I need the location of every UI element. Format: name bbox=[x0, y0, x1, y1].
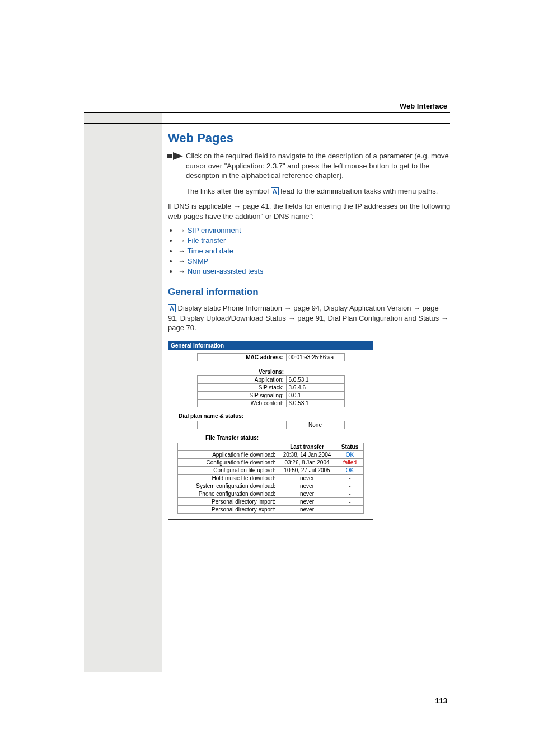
mac-table: MAC address: 00:01:e3:25:86:aa bbox=[197, 353, 345, 361]
table-row: System configuration download:never- bbox=[178, 482, 364, 490]
version-row-label: Application: bbox=[197, 375, 286, 383]
table-row: Web content: 6.0.53.1 bbox=[197, 399, 344, 407]
file-transfer-label: File Transfer status: bbox=[205, 435, 369, 441]
bullet-link[interactable]: SNMP bbox=[188, 257, 209, 265]
note-block-2: The links after the symbol A lead to the… bbox=[168, 186, 451, 196]
version-row-value[interactable]: 3.6.4.6 bbox=[286, 383, 344, 391]
svg-marker-2 bbox=[173, 152, 183, 160]
arrow-icon: → bbox=[288, 314, 296, 322]
dns-intro-a: If DNS is applicable bbox=[168, 202, 233, 210]
list-item: → SNMP bbox=[178, 256, 451, 266]
ft-header-blank bbox=[178, 443, 278, 450]
gen-e: page 70. bbox=[168, 323, 196, 332]
admin-symbol-icon: A bbox=[168, 304, 176, 312]
list-item: → SIP environment bbox=[178, 226, 451, 236]
empty-cell bbox=[197, 421, 286, 429]
version-row-value[interactable]: 6.0.53.1 bbox=[286, 375, 344, 383]
arrow-icon: → bbox=[178, 267, 185, 275]
ft-row-status: OK bbox=[336, 450, 364, 458]
file-transfer-table: Last transfer Status Application file do… bbox=[177, 443, 364, 514]
arrow-icon: → bbox=[233, 202, 241, 210]
ft-row-label: Personal directory export: bbox=[178, 505, 278, 513]
gen-d: page 91, Dial Plan Configuration and Sta… bbox=[296, 314, 441, 322]
dialplan-label: Dial plan name & status: bbox=[179, 413, 369, 419]
version-row-value[interactable]: 0.0.1 bbox=[286, 391, 344, 399]
table-row: Phone configuration download:never- bbox=[178, 490, 364, 497]
table-row: Application: 6.0.53.1 bbox=[197, 375, 344, 383]
ft-row-label: Hold music file download: bbox=[178, 474, 278, 482]
arrow-icon: → bbox=[413, 304, 420, 312]
ft-row-transfer: never bbox=[278, 474, 336, 482]
arrow-icon: → bbox=[178, 247, 185, 255]
list-item: → Non user-assisted tests bbox=[178, 266, 451, 276]
ft-row-label: Configuration file upload: bbox=[178, 466, 278, 474]
note-block-1: Click on the required field to navigate … bbox=[168, 151, 451, 181]
ft-row-status: failed bbox=[336, 458, 364, 466]
ft-row-label: System configuration download: bbox=[178, 482, 278, 490]
gen-a: Display static Phone Information bbox=[176, 304, 284, 312]
ft-row-label: Personal directory import: bbox=[178, 497, 278, 505]
note-text-2: The links after the symbol A lead to the… bbox=[186, 186, 451, 196]
ft-row-transfer: never bbox=[278, 482, 336, 490]
bullet-link[interactable]: Time and date bbox=[187, 247, 233, 255]
table-row: SIP stack: 3.6.4.6 bbox=[197, 383, 344, 391]
table-row: Last transfer Status bbox=[178, 443, 364, 450]
bullet-link[interactable]: File transfer bbox=[188, 236, 226, 245]
dns-bullets: → SIP environment → File transfer → Time… bbox=[168, 226, 451, 276]
ft-header-status: Status bbox=[336, 443, 364, 450]
ft-row-status: - bbox=[336, 482, 364, 490]
table-row: Configuration file upload:10:50, 27 Jul … bbox=[178, 466, 364, 474]
table-row: Application file download:20:38, 14 Jan … bbox=[178, 450, 364, 458]
arrow-icon: → bbox=[284, 304, 292, 312]
ft-row-status: - bbox=[336, 474, 364, 482]
version-row-label: Web content: bbox=[197, 399, 286, 407]
dns-intro: If DNS is applicable → page 41, the fiel… bbox=[168, 201, 451, 221]
note2-a: The links after the symbol bbox=[186, 187, 271, 195]
admin-symbol-icon: A bbox=[271, 187, 279, 195]
general-info-paragraph: A Display static Phone Information → pag… bbox=[168, 303, 451, 333]
heading-general-information: General information bbox=[168, 287, 451, 298]
content-column: Web Pages Click on the required field to… bbox=[168, 131, 451, 520]
svg-rect-1 bbox=[170, 154, 172, 158]
header-rule-bottom bbox=[84, 123, 450, 124]
general-info-panel: General Information MAC address: 00:01:e… bbox=[168, 341, 373, 520]
pointer-icon bbox=[167, 152, 183, 160]
bullet-link[interactable]: Non user-assisted tests bbox=[188, 267, 264, 275]
list-item: → File transfer bbox=[178, 236, 451, 246]
svg-rect-0 bbox=[167, 154, 170, 158]
table-row: Hold music file download:never- bbox=[178, 474, 364, 482]
ft-row-label: Phone configuration download: bbox=[178, 490, 278, 497]
table-row: Configuration file download:03:26, 8 Jan… bbox=[178, 458, 364, 466]
running-header: Web Interface bbox=[400, 102, 447, 110]
versions-table: Versions: Application: 6.0.53.1 SIP stac… bbox=[197, 368, 345, 407]
arrow-icon: → bbox=[178, 257, 185, 265]
version-row-value[interactable]: 6.0.53.1 bbox=[286, 399, 344, 407]
arrow-icon: → bbox=[178, 236, 185, 245]
ft-row-transfer: 03:26, 8 Jan 2004 bbox=[278, 458, 336, 466]
note-text-1: Click on the required field to navigate … bbox=[186, 151, 451, 181]
arrow-icon: → bbox=[441, 314, 448, 322]
table-row: SIP signaling: 0.0.1 bbox=[197, 391, 344, 399]
page-number: 113 bbox=[435, 697, 447, 705]
table-row: None bbox=[197, 421, 344, 429]
ft-row-transfer: never bbox=[278, 505, 336, 513]
version-row-label: SIP stack: bbox=[197, 383, 286, 391]
mac-label: MAC address: bbox=[197, 353, 286, 361]
table-row: MAC address: 00:01:e3:25:86:aa bbox=[197, 353, 344, 361]
ft-row-label: Application file download: bbox=[178, 450, 278, 458]
mac-value: 00:01:e3:25:86:aa bbox=[286, 353, 344, 361]
panel-title: General Information bbox=[168, 341, 373, 350]
ft-row-transfer: never bbox=[278, 497, 336, 505]
ft-row-status: - bbox=[336, 490, 364, 497]
table-row: Versions: bbox=[197, 368, 344, 376]
ft-header-last-transfer: Last transfer bbox=[278, 443, 336, 450]
note2-b: lead to the administration tasks with me… bbox=[279, 187, 438, 195]
bullet-link[interactable]: SIP environment bbox=[188, 226, 241, 234]
table-row: Personal directory import:never- bbox=[178, 497, 364, 505]
heading-web-pages: Web Pages bbox=[168, 131, 451, 145]
ft-row-transfer: 10:50, 27 Jul 2005 bbox=[278, 466, 336, 474]
panel-body: MAC address: 00:01:e3:25:86:aa Versions:… bbox=[168, 350, 373, 515]
page: Web Interface Web Pages Click on the req… bbox=[0, 0, 534, 756]
ft-row-transfer: 20:38, 14 Jan 2004 bbox=[278, 450, 336, 458]
gen-b: page 94, Display Application Version bbox=[292, 304, 414, 312]
